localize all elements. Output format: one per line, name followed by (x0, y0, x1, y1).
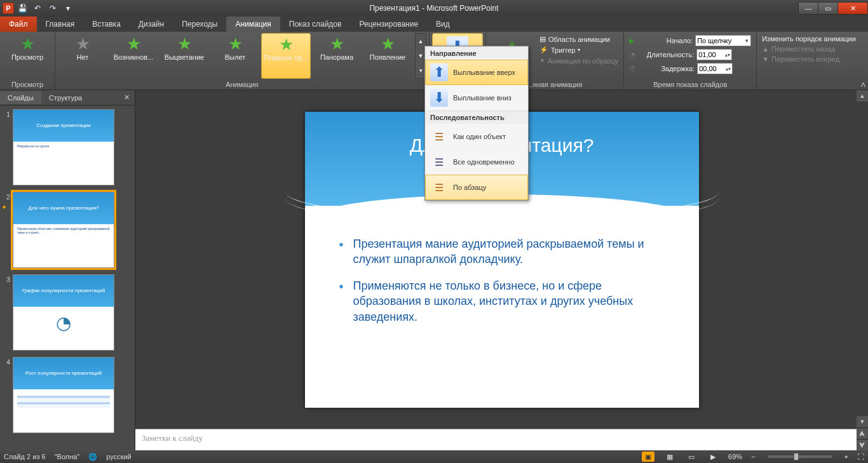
tab-design[interactable]: Дизайн (130, 17, 173, 32)
redo-button[interactable]: ↷ (46, 2, 60, 15)
thumb-row-2[interactable]: 2✦Для чего нужна презентация?Презентация… (1, 192, 132, 268)
status-theme: "Волна" (55, 453, 80, 460)
language-icon[interactable]: 🌐 (88, 453, 97, 461)
fit-to-window-button[interactable]: ⛶ (857, 453, 864, 460)
start-combo[interactable]: По щелчку▼ (695, 35, 751, 46)
tab-home[interactable]: Главная (37, 17, 84, 32)
duration-spinner[interactable]: 01,00▴▾ (696, 49, 732, 60)
delay-row: ⏱ Задержка: 00,00▴▾ (627, 62, 754, 75)
pane-icon: ▤ (539, 35, 546, 43)
slide-thumbnail[interactable]: Создание презентацииРазработка по группе (13, 109, 114, 185)
slide-thumbnail[interactable]: Рост популярности презентаций (13, 357, 114, 433)
start-icon: ▶ (629, 37, 634, 45)
zoom-slider[interactable] (768, 455, 832, 458)
undo-button[interactable]: ↶ (31, 2, 44, 15)
pane-tab-outline[interactable]: Структура (41, 91, 90, 104)
star-icon: ★ (330, 36, 344, 52)
group-animation-label: Анимация (58, 80, 426, 90)
tab-review[interactable]: Рецензирование (350, 17, 427, 32)
close-button[interactable]: ✕ (837, 2, 868, 15)
list-icon: ☰ (430, 153, 448, 171)
trigger-button[interactable]: ⚡Триггер▾ (537, 45, 621, 55)
ribbon-tabs: Файл Главная Вставка Дизайн Переходы Ани… (0, 17, 868, 32)
bullet-1[interactable]: Презентация мание аудиторией раскрываемо… (339, 236, 668, 267)
group-timing: ▶ Начало: По щелчку▼ ◔ Длительность: 01,… (624, 32, 757, 90)
preview-button[interactable]: ★ Просмотр (3, 33, 52, 79)
notes-pane[interactable]: Заметки к слайду (135, 429, 857, 450)
list-icon: ☰ (430, 178, 448, 196)
effect-3[interactable]: ★Вылет (210, 33, 260, 79)
effect-label: Плавное пр... (264, 54, 308, 62)
view-normal-button[interactable]: ▣ (642, 452, 654, 462)
option-float-up[interactable]: ⬆ Выплывание вверх (425, 60, 528, 85)
delay-spinner[interactable]: 00,00▴▾ (697, 63, 733, 74)
save-button[interactable]: 💾 (15, 2, 29, 15)
star-icon: ★ (228, 36, 243, 52)
scroll-up[interactable]: ▲ (857, 90, 868, 102)
thumb-row-1[interactable]: 1Создание презентацииРазработка по групп… (1, 109, 132, 185)
star-icon: ★ (76, 36, 90, 52)
scroll-track[interactable] (857, 102, 868, 416)
tab-file[interactable]: Файл (0, 17, 37, 32)
zoom-out-button[interactable]: − (751, 453, 755, 460)
effect-4[interactable]: ★Плавное пр... (261, 33, 311, 79)
zoom-knob[interactable] (794, 453, 799, 460)
effect-0[interactable]: ★Нет (58, 33, 107, 79)
star-icon: ★ (126, 36, 141, 52)
option-by-paragraph[interactable]: ☰ По абзацу (425, 175, 528, 200)
group-preview: ★ Просмотр Просмотр (0, 32, 55, 90)
tab-insert[interactable]: Вставка (83, 17, 130, 32)
view-slideshow-button[interactable]: ▶ (707, 452, 719, 462)
start-label: Начало: (637, 37, 693, 44)
status-language[interactable]: русский (106, 453, 131, 460)
tab-slideshow[interactable]: Показ слайдов (280, 17, 351, 32)
thumbnails[interactable]: 1Создание презентацииРазработка по групп… (0, 105, 135, 450)
tab-view[interactable]: Вид (427, 17, 459, 32)
view-sorter-button[interactable]: ▦ (663, 452, 676, 462)
zoom-level[interactable]: 69% (728, 453, 742, 460)
thumb-row-4[interactable]: 4Рост популярности презентаций (1, 357, 132, 433)
scroll-down[interactable]: ▼ (857, 416, 868, 427)
preview-label: Просмотр (11, 53, 43, 61)
window-controls: — ▭ ✕ (799, 2, 868, 15)
effect-label: Появление (370, 53, 405, 61)
effect-6[interactable]: ★Появление (363, 33, 412, 79)
app-icon[interactable]: P (3, 3, 14, 14)
minimize-button[interactable]: — (798, 2, 818, 15)
option-all-at-once[interactable]: ☰ Все одновременно (425, 149, 528, 175)
thumb-number: 4 (1, 357, 10, 433)
slide-thumbnail[interactable]: График популярности презентаций◔ (13, 274, 114, 351)
group-timing-label: Время показа слайдов (627, 80, 754, 90)
thumb-row-3[interactable]: 3График популярности презентаций◔ (1, 274, 132, 351)
effect-1[interactable]: ★Возникнов... (109, 33, 158, 79)
qat-customize[interactable]: ▾ (61, 2, 75, 15)
prev-slide-button[interactable]: ⮝ (857, 427, 868, 439)
vertical-scrollbar[interactable]: ▲ ▼ ⮝ ⮟ (857, 90, 868, 450)
bullet-2[interactable]: Применяются не только в бизнесе, но и сф… (339, 278, 668, 325)
option-as-one-object[interactable]: ☰ Как один объект (425, 124, 528, 149)
slide-thumbnail[interactable]: Для чего нужна презентация?Презентация о… (13, 192, 114, 268)
zoom-in-button[interactable]: + (844, 453, 848, 460)
ribbon-collapse-button[interactable]: ᐱ (861, 81, 865, 88)
move-later-button: ▼Переместить вперед (759, 55, 858, 64)
tab-animation[interactable]: Анимация (226, 17, 280, 32)
start-row: ▶ Начало: По щелчку▼ (627, 34, 754, 47)
pane-tabs: Слайды Структура ✕ (0, 90, 135, 105)
slide-body[interactable]: Презентация мание аудиторией раскрываемо… (339, 236, 668, 336)
effect-label: Возникнов... (114, 53, 154, 61)
pane-close-button[interactable]: ✕ (119, 93, 135, 102)
tab-transitions[interactable]: Переходы (173, 17, 226, 32)
thumb-number: 3 (1, 274, 10, 351)
view-reading-button[interactable]: ▭ (685, 452, 698, 462)
play-icon: ★ (20, 36, 35, 52)
animation-pane-button[interactable]: ▤Область анимации (537, 34, 621, 44)
delay-icon: ⏱ (629, 65, 636, 72)
next-slide-button[interactable]: ⮟ (857, 439, 868, 450)
pane-tab-slides[interactable]: Слайды (0, 91, 41, 104)
maximize-button[interactable]: ▭ (818, 2, 838, 15)
effect-5[interactable]: ★Панорама (312, 33, 362, 79)
effect-2[interactable]: ★Выцветание (159, 33, 209, 79)
option-float-down[interactable]: ⬇ Выплывание вниз (425, 85, 528, 111)
list-icon: ☰ (430, 128, 448, 145)
reorder-header: Изменить порядок анимации (759, 34, 858, 43)
